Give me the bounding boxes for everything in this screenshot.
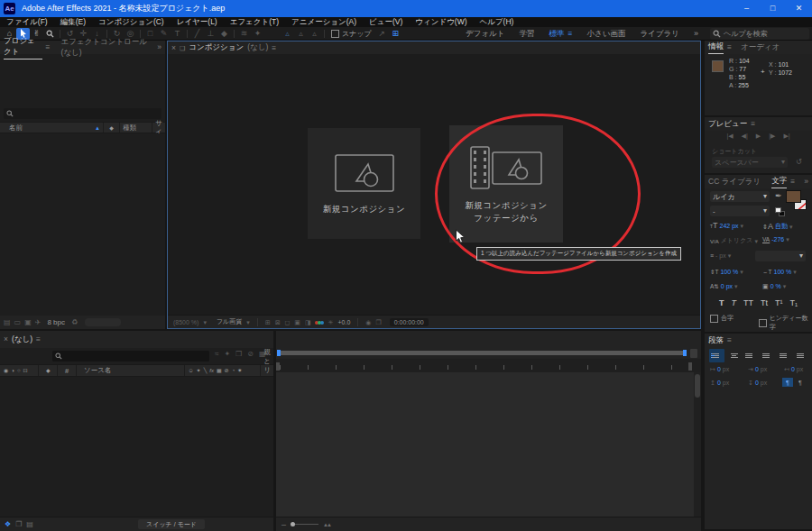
tab-effect-controls[interactable]: エフェクトコントロール (なし) <box>61 37 151 59</box>
track-area[interactable] <box>276 372 694 517</box>
audio-icon[interactable] <box>11 368 14 373</box>
clone-stamp-tool[interactable] <box>204 28 217 40</box>
eyedropper-icon[interactable] <box>775 192 782 200</box>
menu-effect[interactable]: エフェクト(T) <box>224 17 285 27</box>
timeline-panel-menu-icon[interactable] <box>36 335 41 343</box>
draft-3d-toggle-icon[interactable] <box>15 521 22 528</box>
vertical-scale-control[interactable]: 100 % <box>710 269 743 276</box>
project-item-list[interactable] <box>0 133 165 316</box>
interpret-footage-icon[interactable] <box>4 319 11 326</box>
justify-last-right-button[interactable] <box>778 349 793 362</box>
play-button[interactable] <box>756 133 761 139</box>
leading-control[interactable]: 自動 <box>762 222 792 231</box>
workspace-tab-default[interactable]: デフォルト <box>466 29 505 40</box>
tracking-control[interactable]: -276 <box>762 236 789 243</box>
minimize-button[interactable] <box>734 0 760 17</box>
preview-panel-menu-icon[interactable] <box>751 120 755 128</box>
paragraph-panel-title[interactable]: 段落 <box>708 335 724 346</box>
adjustment-layer-icon[interactable] <box>232 368 235 373</box>
work-area-start-handle[interactable] <box>277 350 281 356</box>
frame-blend-icon[interactable] <box>217 368 222 373</box>
new-folder-icon[interactable] <box>14 319 22 326</box>
source-name-column[interactable]: ソース名 <box>77 365 185 376</box>
baseline-shift-control[interactable]: 0 px <box>710 283 738 290</box>
column-size[interactable]: サイ <box>152 123 165 133</box>
menu-window[interactable]: ウィンドウ(W) <box>409 17 473 27</box>
snap-checkbox[interactable] <box>331 30 339 38</box>
reset-icon[interactable] <box>796 159 802 166</box>
switches-modes-button[interactable]: スイッチ / モード <box>138 519 205 529</box>
character-panel-overflow-icon[interactable] <box>804 178 808 186</box>
menu-file[interactable]: ファイル(F) <box>0 17 54 27</box>
first-line-indent-field[interactable]: 0 px <box>748 366 767 372</box>
channel-icon[interactable] <box>316 319 324 325</box>
motion-blur-icon[interactable] <box>247 351 254 358</box>
column-tag[interactable] <box>104 123 120 133</box>
region-of-interest-icon[interactable] <box>275 319 281 325</box>
exposure-icon[interactable] <box>328 319 334 325</box>
three-d-layer-icon[interactable] <box>237 368 242 373</box>
close-button[interactable] <box>786 0 812 17</box>
fx-icon[interactable]: fx <box>209 368 214 373</box>
menu-animation[interactable]: アニメーション(A) <box>285 17 363 27</box>
project-settings-icon[interactable] <box>35 319 42 326</box>
faux-bold-button[interactable]: T <box>719 298 724 307</box>
glyph-scaling-select[interactable] <box>755 251 806 261</box>
space-after-field[interactable]: 0 px <box>748 380 767 386</box>
timeline-search-input[interactable] <box>52 351 209 362</box>
kerning-control[interactable]: メトリクス <box>710 236 758 245</box>
next-frame-button[interactable] <box>769 133 775 139</box>
menu-composition[interactable]: コンポジション(C) <box>92 17 171 27</box>
transparency-grid-icon[interactable] <box>294 319 300 325</box>
hindi-digits-checkbox[interactable] <box>759 319 767 327</box>
new-composition-icon[interactable] <box>24 319 32 326</box>
font-style-select[interactable]: - <box>710 206 770 216</box>
workspace-tab-learn[interactable]: 学習 <box>520 29 535 40</box>
character-panel-menu-icon[interactable] <box>790 178 795 186</box>
lock-icon[interactable] <box>23 368 28 373</box>
perspective-button[interactable] <box>375 28 389 40</box>
view-axis-mode-button[interactable] <box>308 28 321 40</box>
info-panel-menu-icon[interactable] <box>727 43 732 51</box>
timeline-zoom-slider[interactable] <box>291 522 318 526</box>
trash-icon[interactable] <box>71 319 78 326</box>
right-to-left-button[interactable] <box>795 378 806 387</box>
grid-options-icon[interactable] <box>265 319 271 325</box>
font-family-select[interactable]: ルイカ <box>710 191 770 202</box>
type-tool[interactable] <box>171 28 184 40</box>
tab-character[interactable]: 文字 <box>771 176 787 188</box>
tab-audio[interactable]: オーディオ <box>741 42 780 53</box>
zoom-out-icon[interactable]: – <box>281 520 286 529</box>
workspace-tab-small-screen[interactable]: 小さい画面 <box>586 29 625 40</box>
tab-project[interactable]: プロジェクト <box>4 36 42 60</box>
workspace-tab-libraries[interactable]: ライブラリ <box>640 29 679 40</box>
menu-layer[interactable]: レイヤー(L) <box>171 17 224 27</box>
eraser-tool[interactable] <box>217 28 231 40</box>
world-axis-mode-button[interactable] <box>294 28 308 40</box>
maximize-button[interactable] <box>760 0 786 17</box>
ligatures-checkbox[interactable] <box>710 315 718 323</box>
subscript-button[interactable]: T₁ <box>789 298 798 307</box>
workspace-overflow-icon[interactable] <box>694 30 698 38</box>
vertical-scrollbar[interactable] <box>694 372 701 517</box>
puppet-pin-tool[interactable] <box>251 28 264 40</box>
space-before-field[interactable]: 0 px <box>710 380 729 386</box>
time-ruler[interactable] <box>276 359 701 372</box>
tsume-control[interactable]: - px <box>710 252 731 259</box>
new-composition-from-footage-button[interactable]: 新規コンポジション フッテージから <box>449 125 563 243</box>
comp-marker-bin[interactable] <box>690 349 697 358</box>
local-axis-mode-button[interactable] <box>281 28 294 40</box>
timeline-tab-label[interactable]: (なし) <box>12 334 32 345</box>
label-column[interactable] <box>39 365 58 376</box>
quality-icon[interactable] <box>204 368 208 373</box>
align-right-button[interactable] <box>709 351 721 361</box>
guides-icon[interactable] <box>305 319 311 325</box>
bit-depth-label[interactable]: 8 bpc <box>47 318 65 326</box>
indent-right-field[interactable]: 0 px <box>784 366 803 372</box>
column-name[interactable]: 名前 <box>0 123 104 133</box>
resolution-dropdown[interactable]: フル画質 <box>217 317 242 326</box>
previous-frame-button[interactable] <box>742 133 748 139</box>
default-fill-swatch[interactable] <box>775 207 781 213</box>
brush-tool[interactable] <box>190 28 204 40</box>
motion-blur-switch-icon[interactable] <box>225 368 229 373</box>
